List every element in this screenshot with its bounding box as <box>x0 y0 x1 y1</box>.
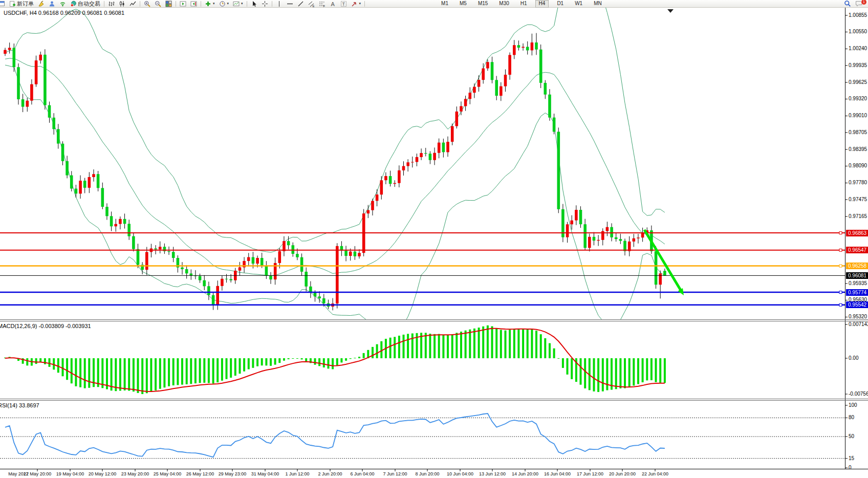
candlestick-chart-icon <box>119 1 125 7</box>
rsi-axis-tick: 0 <box>849 465 852 470</box>
bar-chart-button[interactable] <box>106 0 117 7</box>
price-line-label: 0.96258 <box>846 263 868 269</box>
chevron-down-icon: ▾ <box>213 2 215 6</box>
chevron-down-icon: ▾ <box>241 2 243 6</box>
new-order-button[interactable]: 新订单 <box>7 0 36 7</box>
price-axis-tick: 0.99010 <box>849 113 867 118</box>
time-axis-label: 20 Jun 20:00 <box>609 471 636 476</box>
tile-windows-button[interactable] <box>163 0 174 7</box>
broom-button[interactable] <box>36 0 47 7</box>
price-axis-tick: 1.00240 <box>849 46 867 51</box>
crosshair-icon <box>262 1 268 7</box>
svg-text:F: F <box>323 5 325 7</box>
chat-button[interactable]: 1 <box>853 0 865 7</box>
tile-windows-icon <box>165 1 172 7</box>
time-axis-label: 19 May 04:00 <box>56 471 84 476</box>
chart-shift-icon <box>190 1 197 7</box>
timeframe-m5-button[interactable]: M5 <box>457 0 470 7</box>
timeframe-d1-button[interactable]: D1 <box>554 0 567 7</box>
text-button[interactable]: A <box>328 0 338 7</box>
time-axis-label: 10 Jun 04:00 <box>447 471 473 476</box>
zoom-in-button[interactable] <box>142 0 153 7</box>
clock-icon <box>219 1 226 7</box>
time-axis-label: 14 Jun 20:00 <box>512 471 538 476</box>
rsi-indicator-label: RSI(14) 33.8697 <box>0 402 39 408</box>
chart-title: USDCHF, H4 0.96168 0.96209 0.96081 0.960… <box>4 10 124 16</box>
new-order-icon <box>9 1 16 7</box>
chart-shift-button[interactable] <box>188 0 199 7</box>
search-icon <box>844 0 851 7</box>
price-axis-tick: 1.00855 <box>849 12 867 18</box>
price-axis-tick: 0.99320 <box>849 96 867 101</box>
price-line-label: 0.95542 <box>846 301 868 308</box>
price-chart-canvas[interactable] <box>0 0 868 478</box>
zoom-out-button[interactable] <box>153 0 163 7</box>
price-line-label: 0.96547 <box>846 247 868 253</box>
price-axis-tick: 0.97475 <box>849 197 867 202</box>
time-axis-label: 22 Jun 04:00 <box>642 471 668 476</box>
price-axis-tick: 0.97165 <box>849 213 867 219</box>
auto-trading-label: 自动交易 <box>78 0 100 8</box>
profile-icon <box>49 1 55 7</box>
auto-trading-button[interactable]: 自动交易 <box>68 0 102 7</box>
auto-scroll-icon <box>180 1 186 7</box>
crosshair-button[interactable] <box>259 0 270 7</box>
macd-axis-tick: -0.007561 <box>849 391 868 397</box>
timeframe-h4-button[interactable]: H4 <box>535 0 549 8</box>
time-axis-label: 26 May 12:00 <box>186 471 214 476</box>
timeframe-mn-button[interactable]: MN <box>591 0 605 7</box>
signal-button[interactable] <box>57 0 68 7</box>
time-axis-label: 16 Jun 04:00 <box>544 471 571 476</box>
toolbar: 新订单 自动交易 ▾ ▾ <box>0 0 868 8</box>
price-axis-tick: 0.97780 <box>849 180 867 185</box>
price-axis-tick: 1.00550 <box>849 29 867 34</box>
time-axis-label: 31 May 04:00 <box>251 471 279 476</box>
vertical-line-button[interactable] <box>274 0 285 7</box>
timeframe-m1-button[interactable]: M1 <box>438 0 451 7</box>
time-axis-label: 6 Jun 04:00 <box>350 471 374 476</box>
macd-axis-tick: 0.00 <box>849 355 858 361</box>
trendline-icon <box>297 1 304 7</box>
chevron-down-icon: ▾ <box>227 2 229 6</box>
channel-button[interactable]: E <box>306 0 317 7</box>
auto-scroll-button[interactable] <box>178 0 188 7</box>
rsi-axis-tick: 80 <box>849 415 854 420</box>
timeframe-w1-button[interactable]: W1 <box>572 0 585 7</box>
price-line-label: 0.96081 <box>846 272 868 279</box>
text-icon: A <box>330 1 336 7</box>
cursor-icon <box>251 1 257 7</box>
arrows-button[interactable]: ▾ <box>349 0 363 7</box>
window-icon[interactable] <box>0 0 7 7</box>
indicators-button[interactable]: ▾ <box>203 0 217 7</box>
profile-button[interactable] <box>47 0 57 7</box>
price-axis-tick: 0.95935 <box>849 280 867 286</box>
timeframe-m30-button[interactable]: M30 <box>496 0 512 7</box>
search-button[interactable] <box>842 0 853 7</box>
auto-trading-icon <box>70 1 77 7</box>
chevron-down-icon: ▾ <box>359 2 361 6</box>
zoom-out-icon <box>155 1 161 7</box>
text-label-button[interactable]: T <box>338 0 349 7</box>
timeframe-h1-button[interactable]: H1 <box>517 0 530 7</box>
periods-button[interactable]: ▾ <box>217 0 231 7</box>
cursor-button[interactable] <box>249 0 259 7</box>
time-axis-label: 8 Jun 20:00 <box>415 471 439 476</box>
channel-icon: E <box>308 1 315 7</box>
price-axis-tick: 0.98705 <box>849 129 867 135</box>
rsi-axis-tick: 15 <box>849 455 854 461</box>
timeframe-m15-button[interactable]: M15 <box>475 0 491 7</box>
price-axis-tick: 0.99625 <box>849 79 867 85</box>
time-axis-label: 17 Jun 12:00 <box>577 471 603 476</box>
rsi-axis-tick: 100 <box>849 402 857 408</box>
time-axis-label: 7 Jun 12:00 <box>383 471 407 476</box>
candlestick-chart-button[interactable] <box>117 0 127 7</box>
horizontal-line-button[interactable] <box>285 0 295 7</box>
time-axis-label: 29 May 23:00 <box>219 471 247 476</box>
fibonacci-button[interactable]: F <box>317 0 328 7</box>
trendline-button[interactable] <box>295 0 306 7</box>
line-chart-button[interactable] <box>127 0 138 7</box>
line-chart-icon <box>129 1 136 7</box>
templates-button[interactable]: ▾ <box>231 0 245 7</box>
macd-axis-tick: 0.007142 <box>849 321 868 327</box>
vertical-line-icon <box>276 1 283 7</box>
